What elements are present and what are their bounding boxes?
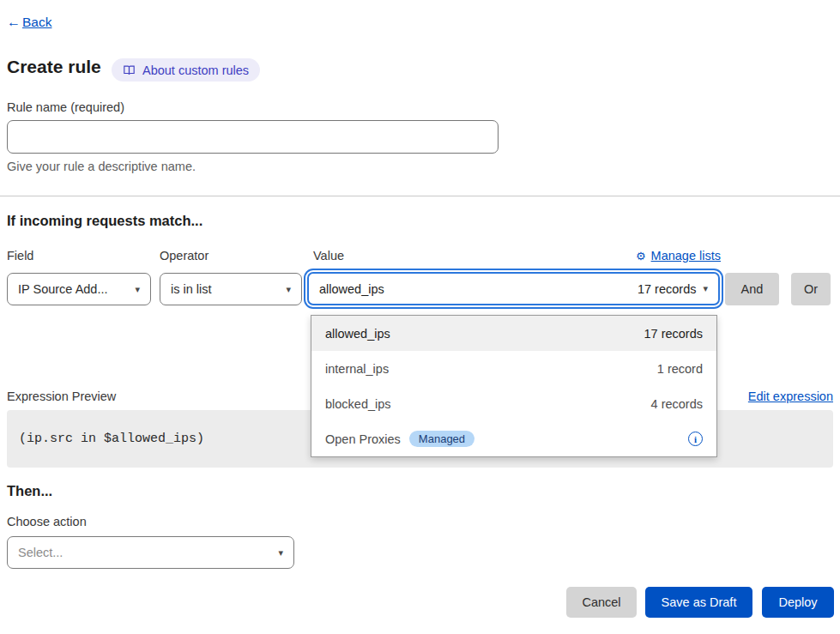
deploy-button[interactable]: Deploy [762, 587, 834, 618]
cancel-button[interactable]: Cancel [566, 587, 637, 618]
rule-name-input[interactable] [7, 120, 499, 154]
expression-code: (ip.src in $allowed_ips) [19, 432, 204, 446]
match-heading: If incoming requests match... [7, 213, 202, 229]
section-divider [0, 196, 840, 196]
about-custom-rules-link[interactable]: About custom rules [112, 58, 260, 82]
list-item-blocked-ips[interactable]: blocked_ips 4 records [311, 386, 716, 421]
and-button[interactable]: And [725, 273, 779, 305]
field-label: Field [7, 249, 33, 263]
action-select[interactable]: Select... ▾ [7, 536, 294, 569]
list-item-count: 17 records [644, 327, 703, 341]
list-item-name: allowed_ips [325, 327, 390, 341]
list-item-count: 1 record [657, 362, 703, 376]
value-combobox[interactable]: allowed_ips 17 records ▾ [307, 272, 720, 305]
info-icon[interactable]: i [688, 432, 703, 446]
list-item-name: blocked_ips [325, 397, 391, 411]
list-item-count: 4 records [651, 397, 703, 411]
rule-name-helper: Give your rule a descriptive name. [7, 160, 196, 173]
back-link[interactable]: ← Back [7, 15, 51, 30]
or-button[interactable]: Or [791, 273, 831, 305]
expression-preview-label: Expression Preview [7, 389, 116, 403]
book-icon [123, 64, 136, 76]
chevron-down-icon: ▾ [278, 547, 283, 559]
back-arrow-icon: ← [7, 15, 21, 30]
edit-expression-link[interactable]: Edit expression [748, 389, 833, 403]
manage-lists-link[interactable]: ⚙ Manage lists [636, 249, 721, 263]
choose-action-label: Choose action [7, 515, 87, 528]
field-select[interactable]: IP Source Add... ▾ [7, 273, 151, 305]
value-label: Value [313, 249, 344, 263]
field-select-value: IP Source Add... [18, 282, 108, 296]
chevron-down-icon: ▾ [286, 284, 291, 295]
list-item-name: Open Proxies [325, 432, 401, 446]
manage-lists-label: Manage lists [651, 249, 721, 263]
rule-name-label: Rule name (required) [7, 100, 124, 114]
list-item-name: internal_ips [325, 362, 389, 376]
value-selected: allowed_ips [319, 282, 384, 296]
managed-badge: Managed [409, 431, 474, 447]
list-item-open-proxies[interactable]: Open Proxies Managed i [311, 421, 716, 456]
operator-select-value: is in list [171, 282, 212, 296]
value-record-count: 17 records [638, 282, 697, 296]
about-custom-rules-label: About custom rules [142, 63, 249, 77]
create-rule-page: ← Back Create rule About custom rules Ru… [0, 0, 840, 634]
list-dropdown: allowed_ips 17 records internal_ips 1 re… [311, 315, 717, 457]
page-title: Create rule [7, 57, 101, 77]
then-heading: Then... [7, 483, 52, 499]
operator-label: Operator [160, 249, 208, 263]
list-item-internal-ips[interactable]: internal_ips 1 record [311, 351, 716, 386]
action-select-placeholder: Select... [18, 546, 63, 559]
chevron-down-icon: ▾ [135, 284, 140, 295]
operator-select[interactable]: is in list ▾ [160, 273, 302, 305]
list-item-allowed-ips[interactable]: allowed_ips 17 records [311, 316, 716, 351]
save-as-draft-button[interactable]: Save as Draft [645, 587, 752, 618]
chevron-down-icon: ▾ [703, 283, 708, 294]
back-label: Back [22, 15, 51, 30]
gear-icon: ⚙ [636, 250, 646, 263]
